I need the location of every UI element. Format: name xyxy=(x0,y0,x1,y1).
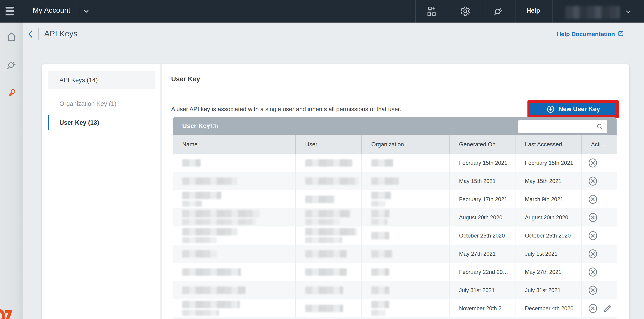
plug-icon[interactable] xyxy=(493,6,504,16)
cell-actions xyxy=(581,281,616,299)
table-row: July 31st 2021July 31st 2021 xyxy=(173,281,616,299)
column-header-actions[interactable]: Acti… xyxy=(581,135,616,154)
cell-user xyxy=(295,227,362,245)
annotation-highlight-box: New User Key xyxy=(528,100,619,118)
delete-x-circle-icon[interactable] xyxy=(588,249,598,259)
plug-icon[interactable] xyxy=(6,59,17,70)
cell-last-accessed: August 20th 2020 xyxy=(515,208,581,227)
topbar-divider xyxy=(415,0,416,22)
cell-generated-on: February 17th 2021 xyxy=(449,190,515,208)
delete-x-circle-icon[interactable] xyxy=(588,303,598,314)
cell-organization xyxy=(362,245,449,263)
cell-name xyxy=(173,227,295,245)
gear-icon[interactable] xyxy=(460,6,470,16)
cell-generated-on: November 20th 2… xyxy=(449,299,515,318)
column-header-last-accessed[interactable]: Last Accessed xyxy=(515,135,581,154)
new-user-key-button[interactable]: New User Key xyxy=(530,103,616,115)
key-icon[interactable] xyxy=(6,87,17,98)
delete-x-circle-icon[interactable] xyxy=(588,267,598,277)
table-rows: February 15th 2021February 15th 2021May … xyxy=(173,154,616,319)
app-window: My Account Help xyxy=(0,0,644,319)
delete-x-circle-icon[interactable] xyxy=(588,194,598,205)
redacted-text xyxy=(371,232,389,239)
help-button[interactable]: Help xyxy=(526,7,540,14)
table-row: February 17th 2021March 9th 2021 xyxy=(173,190,616,208)
redacted-text xyxy=(305,237,342,243)
delete-x-circle-icon[interactable] xyxy=(588,285,598,296)
cell-organization xyxy=(362,154,449,172)
column-header-user[interactable]: User xyxy=(295,135,362,154)
cell-name xyxy=(173,245,295,263)
redacted-text xyxy=(182,177,238,185)
cell-user xyxy=(295,190,362,208)
sidebar-item-label: Organization Key (1) xyxy=(60,100,116,107)
table-row: November 20th 2…December 4th 2020 xyxy=(173,299,616,318)
help-documentation-label: Help Documentation xyxy=(557,31,615,38)
redacted-text xyxy=(182,159,200,167)
delete-x-circle-icon[interactable] xyxy=(588,158,598,168)
cell-actions xyxy=(581,172,616,190)
sidebar-item-organization-key[interactable]: Organization Key (1) xyxy=(48,96,155,111)
edit-pencil-icon[interactable] xyxy=(602,303,613,314)
sidebar-item-user-key[interactable]: User Key (13) xyxy=(48,115,156,130)
topbar-divider xyxy=(22,0,22,22)
sidebar-item-label: User Key (13) xyxy=(60,119,99,126)
table-title-band: User Key (13) xyxy=(173,117,616,135)
cell-organization xyxy=(362,299,449,318)
search-icon[interactable] xyxy=(596,123,604,130)
redacted-text xyxy=(371,177,399,185)
redacted-text xyxy=(182,268,241,276)
search-input[interactable] xyxy=(522,121,592,132)
sidebar-item-label: API Keys (14) xyxy=(60,77,98,84)
section-heading: User Key xyxy=(171,75,200,83)
cell-user xyxy=(295,245,362,263)
redacted-text xyxy=(182,237,217,243)
delete-x-circle-icon[interactable] xyxy=(588,212,598,223)
help-documentation-link[interactable]: Help Documentation xyxy=(557,30,624,38)
redacted-text xyxy=(371,301,389,308)
home-icon[interactable] xyxy=(6,31,17,42)
redacted-text xyxy=(305,268,347,276)
table-row: February 22nd 20…May 27th 2021 xyxy=(173,263,616,281)
cell-generated-on: May 27th 2021 xyxy=(449,245,515,263)
back-chevron-icon[interactable] xyxy=(26,29,36,39)
cell-name xyxy=(173,299,295,318)
column-header-organization[interactable]: Organization xyxy=(362,135,449,154)
apps-add-icon[interactable] xyxy=(427,6,438,16)
cell-generated-on: May 15th 2021 xyxy=(449,172,515,190)
cell-actions xyxy=(581,190,616,208)
column-header-generated-on[interactable]: Generated On xyxy=(449,135,515,154)
redacted-text xyxy=(182,250,217,258)
cell-actions xyxy=(581,263,616,281)
cell-organization xyxy=(362,190,449,208)
user-key-table: User Key (13) Name User Organization Gen… xyxy=(173,117,616,319)
cell-name xyxy=(173,190,295,208)
redacted-text xyxy=(182,287,246,294)
cell-user xyxy=(295,281,362,299)
redacted-text xyxy=(371,192,391,199)
redacted-text xyxy=(305,159,352,167)
cell-user xyxy=(295,208,362,227)
top-bar: My Account Help xyxy=(0,0,644,22)
cell-user xyxy=(295,172,362,190)
table-search-box xyxy=(518,120,607,133)
redacted-text xyxy=(182,301,240,308)
cell-actions xyxy=(581,154,616,172)
account-chevron-down-icon[interactable] xyxy=(625,8,632,16)
account-name-redacted[interactable] xyxy=(565,6,620,19)
cell-last-accessed: July 31st 2021 xyxy=(515,281,581,299)
hamburger-menu-icon[interactable] xyxy=(6,7,14,16)
sidebar-item-api-keys[interactable]: API Keys (14) xyxy=(48,71,155,89)
delete-x-circle-icon[interactable] xyxy=(588,230,598,241)
redacted-text xyxy=(305,250,347,258)
external-link-icon xyxy=(618,30,624,38)
table-row: February 15th 2021February 15th 2021 xyxy=(173,154,616,172)
cell-last-accessed: October 25th 2020 xyxy=(515,227,581,245)
column-header-name[interactable]: Name xyxy=(173,135,295,154)
cell-actions xyxy=(581,227,616,245)
section-divider xyxy=(171,94,619,94)
cell-organization xyxy=(362,281,449,299)
chevron-down-icon[interactable] xyxy=(83,8,90,16)
redacted-text xyxy=(371,268,389,276)
delete-x-circle-icon[interactable] xyxy=(588,176,598,186)
